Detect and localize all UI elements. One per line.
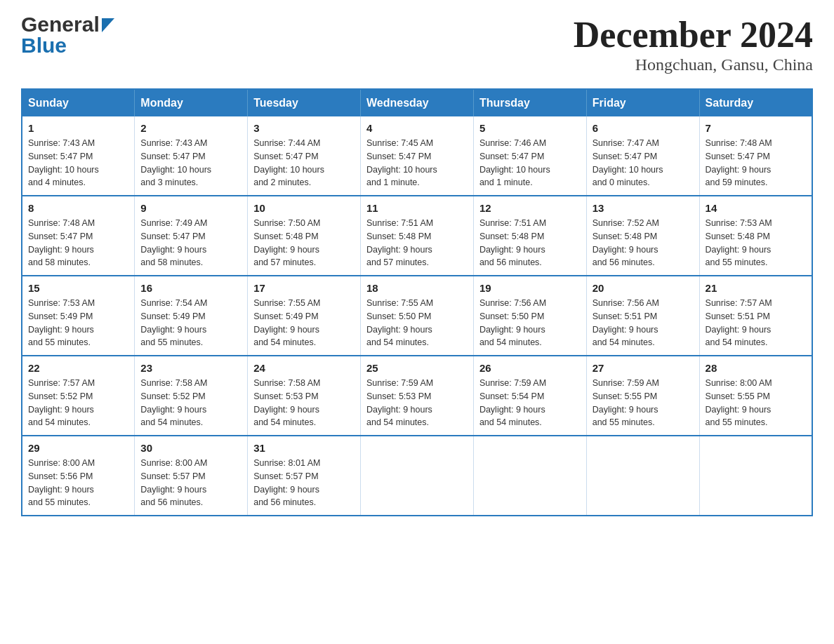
calendar-cell: 6 Sunrise: 7:47 AMSunset: 5:47 PMDayligh… xyxy=(586,116,699,196)
day-info: Sunrise: 7:44 AMSunset: 5:47 PMDaylight:… xyxy=(253,138,324,187)
calendar-cell: 2 Sunrise: 7:43 AMSunset: 5:47 PMDayligh… xyxy=(135,116,248,196)
calendar-cell: 13 Sunrise: 7:52 AMSunset: 5:48 PMDaylig… xyxy=(586,196,699,276)
day-info: Sunrise: 7:51 AMSunset: 5:48 PMDaylight:… xyxy=(366,218,433,267)
day-info: Sunrise: 7:56 AMSunset: 5:51 PMDaylight:… xyxy=(593,298,659,347)
weekday-header-wednesday: Wednesday xyxy=(361,89,474,116)
calendar-cell: 17 Sunrise: 7:55 AMSunset: 5:49 PMDaylig… xyxy=(248,276,361,356)
calendar-cell: 16 Sunrise: 7:54 AMSunset: 5:49 PMDaylig… xyxy=(135,276,248,356)
calendar-cell: 28 Sunrise: 8:00 AMSunset: 5:55 PMDaylig… xyxy=(699,356,812,436)
calendar-cell: 12 Sunrise: 7:51 AMSunset: 5:48 PMDaylig… xyxy=(473,196,586,276)
weekday-header-friday: Friday xyxy=(586,89,699,116)
calendar-week-row: 29 Sunrise: 8:00 AMSunset: 5:56 PMDaylig… xyxy=(22,436,812,516)
title-block: December 2024 Hongchuan, Gansu, China xyxy=(574,14,813,74)
calendar-cell: 4 Sunrise: 7:45 AMSunset: 5:47 PMDayligh… xyxy=(361,116,474,196)
day-info: Sunrise: 7:43 AMSunset: 5:47 PMDaylight:… xyxy=(140,138,211,187)
calendar-cell xyxy=(361,436,474,516)
day-number: 4 xyxy=(366,122,468,134)
calendar-cell: 23 Sunrise: 7:58 AMSunset: 5:52 PMDaylig… xyxy=(135,356,248,436)
calendar-cell: 15 Sunrise: 7:53 AMSunset: 5:49 PMDaylig… xyxy=(22,276,135,356)
day-number: 7 xyxy=(706,122,806,134)
calendar-cell: 20 Sunrise: 7:56 AMSunset: 5:51 PMDaylig… xyxy=(586,276,699,356)
day-info: Sunrise: 8:01 AMSunset: 5:57 PMDaylight:… xyxy=(253,458,320,507)
day-number: 30 xyxy=(140,442,241,454)
calendar-cell: 26 Sunrise: 7:59 AMSunset: 5:54 PMDaylig… xyxy=(473,356,586,436)
logo-arrow-icon xyxy=(102,16,114,36)
day-number: 20 xyxy=(593,282,694,294)
location-title: Hongchuan, Gansu, China xyxy=(574,55,813,74)
calendar-table: SundayMondayTuesdayWednesdayThursdayFrid… xyxy=(21,88,813,516)
calendar-cell: 24 Sunrise: 7:58 AMSunset: 5:53 PMDaylig… xyxy=(248,356,361,436)
day-info: Sunrise: 7:48 AMSunset: 5:47 PMDaylight:… xyxy=(28,218,95,267)
svg-marker-0 xyxy=(102,18,114,32)
day-info: Sunrise: 7:54 AMSunset: 5:49 PMDaylight:… xyxy=(140,298,207,347)
day-number: 23 xyxy=(140,362,241,374)
day-number: 3 xyxy=(253,122,355,134)
day-number: 17 xyxy=(253,282,355,294)
day-number: 5 xyxy=(479,122,581,134)
calendar-cell: 11 Sunrise: 7:51 AMSunset: 5:48 PMDaylig… xyxy=(361,196,474,276)
month-title: December 2024 xyxy=(574,14,813,55)
calendar-cell xyxy=(473,436,586,516)
day-number: 2 xyxy=(140,122,241,134)
weekday-header-monday: Monday xyxy=(135,89,248,116)
calendar-cell: 25 Sunrise: 7:59 AMSunset: 5:53 PMDaylig… xyxy=(361,356,474,436)
day-number: 15 xyxy=(28,282,128,294)
day-info: Sunrise: 7:55 AMSunset: 5:49 PMDaylight:… xyxy=(253,298,320,347)
day-info: Sunrise: 7:59 AMSunset: 5:55 PMDaylight:… xyxy=(593,378,659,427)
day-info: Sunrise: 7:52 AMSunset: 5:48 PMDaylight:… xyxy=(593,218,659,267)
weekday-header-row: SundayMondayTuesdayWednesdayThursdayFrid… xyxy=(22,89,812,116)
day-number: 14 xyxy=(706,202,806,214)
day-number: 18 xyxy=(366,282,468,294)
calendar-cell: 10 Sunrise: 7:50 AMSunset: 5:48 PMDaylig… xyxy=(248,196,361,276)
day-info: Sunrise: 7:59 AMSunset: 5:54 PMDaylight:… xyxy=(479,378,546,427)
day-info: Sunrise: 7:50 AMSunset: 5:48 PMDaylight:… xyxy=(253,218,320,267)
day-number: 26 xyxy=(479,362,581,374)
day-number: 11 xyxy=(366,202,468,214)
calendar-cell: 14 Sunrise: 7:53 AMSunset: 5:48 PMDaylig… xyxy=(699,196,812,276)
calendar-week-row: 15 Sunrise: 7:53 AMSunset: 5:49 PMDaylig… xyxy=(22,276,812,356)
day-number: 12 xyxy=(479,202,581,214)
calendar-cell xyxy=(586,436,699,516)
day-number: 9 xyxy=(140,202,241,214)
calendar-cell: 30 Sunrise: 8:00 AMSunset: 5:57 PMDaylig… xyxy=(135,436,248,516)
day-number: 29 xyxy=(28,442,128,454)
day-number: 19 xyxy=(479,282,581,294)
weekday-header-sunday: Sunday xyxy=(22,89,135,116)
calendar-cell: 1 Sunrise: 7:43 AMSunset: 5:47 PMDayligh… xyxy=(22,116,135,196)
day-info: Sunrise: 7:57 AMSunset: 5:52 PMDaylight:… xyxy=(28,378,95,427)
weekday-header-tuesday: Tuesday xyxy=(248,89,361,116)
logo-blue-text: Blue xyxy=(21,35,67,56)
day-number: 8 xyxy=(28,202,128,214)
day-info: Sunrise: 7:49 AMSunset: 5:47 PMDaylight:… xyxy=(140,218,207,267)
day-info: Sunrise: 7:55 AMSunset: 5:50 PMDaylight:… xyxy=(366,298,433,347)
day-info: Sunrise: 7:56 AMSunset: 5:50 PMDaylight:… xyxy=(479,298,546,347)
day-info: Sunrise: 7:51 AMSunset: 5:48 PMDaylight:… xyxy=(479,218,546,267)
calendar-cell: 27 Sunrise: 7:59 AMSunset: 5:55 PMDaylig… xyxy=(586,356,699,436)
calendar-week-row: 22 Sunrise: 7:57 AMSunset: 5:52 PMDaylig… xyxy=(22,356,812,436)
calendar-cell: 19 Sunrise: 7:56 AMSunset: 5:50 PMDaylig… xyxy=(473,276,586,356)
day-number: 16 xyxy=(140,282,241,294)
calendar-cell: 7 Sunrise: 7:48 AMSunset: 5:47 PMDayligh… xyxy=(699,116,812,196)
day-info: Sunrise: 7:53 AMSunset: 5:48 PMDaylight:… xyxy=(706,218,772,267)
day-number: 13 xyxy=(593,202,694,214)
calendar-cell: 31 Sunrise: 8:01 AMSunset: 5:57 PMDaylig… xyxy=(248,436,361,516)
calendar-cell: 9 Sunrise: 7:49 AMSunset: 5:47 PMDayligh… xyxy=(135,196,248,276)
calendar-cell xyxy=(699,436,812,516)
calendar-week-row: 1 Sunrise: 7:43 AMSunset: 5:47 PMDayligh… xyxy=(22,116,812,196)
page-header: General Blue December 2024 Hongchuan, Ga… xyxy=(21,14,813,74)
calendar-cell: 8 Sunrise: 7:48 AMSunset: 5:47 PMDayligh… xyxy=(22,196,135,276)
day-info: Sunrise: 7:45 AMSunset: 5:47 PMDaylight:… xyxy=(366,138,437,187)
calendar-cell: 3 Sunrise: 7:44 AMSunset: 5:47 PMDayligh… xyxy=(248,116,361,196)
calendar-week-row: 8 Sunrise: 7:48 AMSunset: 5:47 PMDayligh… xyxy=(22,196,812,276)
day-number: 27 xyxy=(593,362,694,374)
day-info: Sunrise: 7:59 AMSunset: 5:53 PMDaylight:… xyxy=(366,378,433,427)
day-number: 1 xyxy=(28,122,128,134)
day-info: Sunrise: 7:58 AMSunset: 5:52 PMDaylight:… xyxy=(140,378,207,427)
day-number: 10 xyxy=(253,202,355,214)
day-number: 31 xyxy=(253,442,355,454)
day-number: 28 xyxy=(706,362,806,374)
logo-general-text: General xyxy=(21,14,100,35)
weekday-header-thursday: Thursday xyxy=(473,89,586,116)
calendar-cell: 22 Sunrise: 7:57 AMSunset: 5:52 PMDaylig… xyxy=(22,356,135,436)
day-info: Sunrise: 8:00 AMSunset: 5:55 PMDaylight:… xyxy=(706,378,772,427)
